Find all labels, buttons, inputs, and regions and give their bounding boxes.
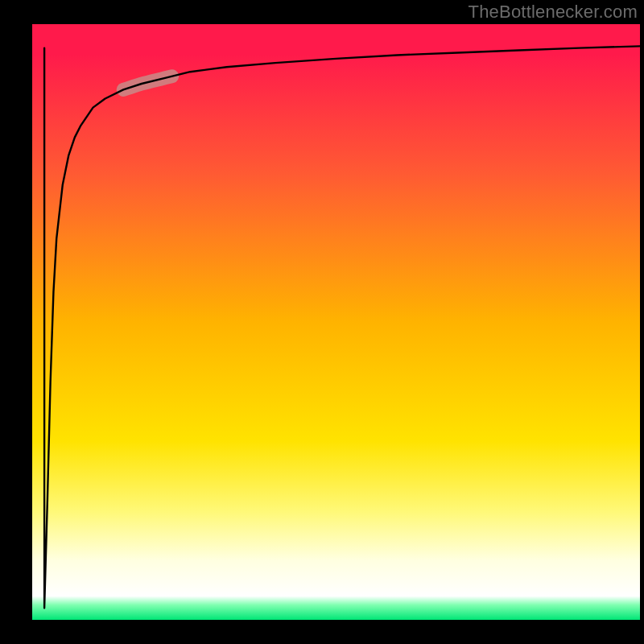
bottleneck-chart — [0, 0, 644, 644]
attribution-label: TheBottlenecker.com — [469, 2, 638, 23]
chart-container: TheBottlenecker.com — [0, 0, 644, 644]
plot-background — [32, 24, 640, 620]
